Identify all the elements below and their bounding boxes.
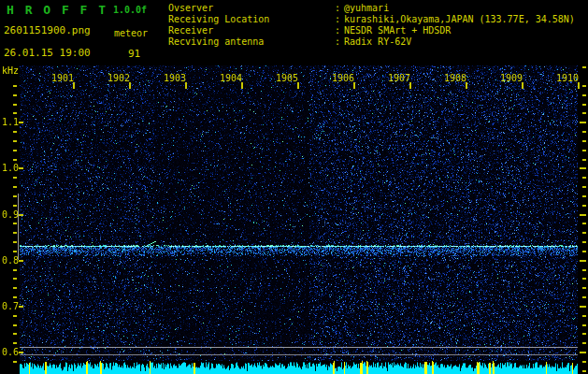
freq-tick-minor bbox=[13, 85, 17, 87]
reference-line-upper bbox=[20, 347, 578, 348]
meteor-count: 91 bbox=[128, 48, 140, 60]
freq-tick-minor bbox=[13, 140, 17, 142]
freq-tick-major bbox=[19, 214, 23, 216]
freq-tick-minor-right bbox=[582, 296, 586, 298]
time-tick-label: 1903 bbox=[164, 74, 186, 83]
freq-tick-minor-right bbox=[582, 342, 586, 344]
freq-tick-minor bbox=[13, 177, 17, 179]
info-separator: : bbox=[335, 3, 344, 14]
spectrogram-canvas bbox=[0, 64, 588, 374]
info-row-receiver: Receiver:NESDR SMArt + HDSDR bbox=[168, 25, 575, 36]
time-tick-label: 1907 bbox=[388, 74, 410, 83]
freq-tick-minor bbox=[13, 287, 17, 289]
freq-tick-minor bbox=[13, 186, 17, 188]
freq-tick-minor-right bbox=[582, 140, 586, 142]
time-tick-label: 1904 bbox=[220, 74, 242, 83]
station-info: Ovserver:@yuhmari Receiving Location:kur… bbox=[168, 3, 575, 48]
time-tick-mark bbox=[353, 82, 355, 89]
output-filename: 2601151900.png bbox=[4, 24, 91, 36]
freq-tick-minor-right bbox=[582, 94, 586, 96]
freq-tick-minor bbox=[13, 333, 17, 335]
freq-tick-minor-right bbox=[582, 324, 586, 326]
freq-tick-label: 0.7 bbox=[2, 302, 19, 311]
freq-tick-minor-right bbox=[582, 251, 586, 252]
info-separator: : bbox=[335, 25, 344, 36]
observation-datetime: 26.01.15 19:00 bbox=[4, 47, 91, 59]
freq-tick-major-right bbox=[580, 122, 586, 123]
info-value: kurashiki,Okayama,JAPAN (133.77E, 34.58N… bbox=[344, 14, 575, 24]
freq-tick-minor-right bbox=[582, 269, 586, 271]
freq-tick-label: 1.1 bbox=[2, 118, 19, 127]
info-value: @yuhmari bbox=[344, 3, 389, 13]
freq-tick-minor-right bbox=[582, 85, 586, 87]
freq-tick-minor bbox=[13, 278, 17, 280]
freq-tick-minor-right bbox=[582, 186, 586, 188]
freq-tick-minor bbox=[13, 112, 17, 114]
freq-tick-minor-right bbox=[582, 333, 586, 335]
time-tick-mark bbox=[73, 82, 75, 89]
time-tick-mark bbox=[297, 82, 299, 89]
time-tick-label: 1905 bbox=[276, 74, 298, 83]
time-tick-label: 1909 bbox=[500, 74, 523, 83]
app-version: 1.0.0f bbox=[113, 5, 147, 15]
info-label: Recviving antenna bbox=[168, 36, 335, 48]
freq-tick-minor bbox=[13, 104, 17, 106]
freq-tick-label: 0.9 bbox=[2, 210, 19, 220]
meteor-label: meteor bbox=[114, 28, 148, 38]
info-label: Receiver bbox=[168, 25, 335, 36]
freq-tick-minor-right bbox=[582, 205, 586, 207]
freq-tick-major bbox=[19, 352, 23, 353]
freq-tick-minor bbox=[13, 342, 17, 344]
freq-tick-minor bbox=[13, 150, 17, 151]
time-tick-mark bbox=[241, 82, 243, 89]
info-label: Receiving Location bbox=[168, 14, 335, 25]
hrofft-screen: H R O F F T 1.0.0f 2601151900.png meteor… bbox=[0, 0, 588, 374]
freq-tick-major-right bbox=[580, 260, 586, 262]
freq-tick-major-right bbox=[580, 167, 586, 169]
freq-tick-minor-right bbox=[582, 361, 586, 363]
reference-line-lower bbox=[20, 354, 578, 355]
freq-tick-minor-right bbox=[582, 232, 586, 234]
freq-tick-minor bbox=[13, 131, 17, 133]
freq-tick-minor bbox=[13, 251, 17, 252]
freq-tick-minor bbox=[13, 324, 17, 326]
freq-tick-minor bbox=[13, 361, 17, 363]
time-tick-label: 1906 bbox=[332, 74, 354, 83]
info-value: Radix RY-62V bbox=[344, 36, 411, 47]
freq-tick-major-right bbox=[580, 352, 586, 353]
freq-tick-minor bbox=[13, 223, 17, 224]
time-tick-label: 1908 bbox=[444, 74, 466, 83]
time-tick-label: 1910 bbox=[556, 74, 579, 83]
freq-tick-major-right bbox=[580, 214, 586, 216]
freq-tick-minor-right bbox=[582, 177, 586, 179]
freq-tick-minor bbox=[13, 232, 17, 234]
freq-tick-minor bbox=[13, 94, 17, 96]
freq-tick-minor-right bbox=[582, 150, 586, 151]
freq-tick-major bbox=[19, 167, 23, 169]
time-tick-mark bbox=[409, 82, 411, 89]
info-row-observer: Ovserver:@yuhmari bbox=[168, 3, 575, 14]
info-value: NESDR SMArt + HDSDR bbox=[344, 25, 451, 36]
time-tick-mark bbox=[578, 82, 580, 89]
freq-tick-minor-right bbox=[582, 131, 586, 133]
freq-tick-minor-right bbox=[582, 241, 586, 243]
freq-tick-label: 0.8 bbox=[2, 256, 19, 266]
time-tick-mark bbox=[129, 82, 131, 89]
freq-tick-minor-right bbox=[582, 223, 586, 224]
freq-tick-minor-right bbox=[582, 370, 586, 372]
freq-tick-major-right bbox=[580, 306, 586, 308]
y-axis-unit: kHz bbox=[2, 65, 19, 76]
freq-tick-minor-right bbox=[582, 287, 586, 289]
freq-tick-major bbox=[19, 260, 23, 262]
time-tick-mark bbox=[185, 82, 187, 89]
freq-tick-minor-right bbox=[582, 159, 586, 161]
time-tick-mark bbox=[466, 82, 467, 89]
freq-tick-minor bbox=[13, 296, 17, 298]
app-title: H R O F F T bbox=[7, 3, 108, 17]
level-scale-marker bbox=[18, 194, 19, 260]
time-tick-mark bbox=[522, 82, 523, 89]
freq-tick-minor-right bbox=[582, 112, 586, 114]
info-separator: : bbox=[335, 14, 344, 25]
freq-tick-minor-right bbox=[582, 315, 586, 317]
info-row-location: Receiving Location:kurashiki,Okayama,JAP… bbox=[168, 14, 575, 25]
